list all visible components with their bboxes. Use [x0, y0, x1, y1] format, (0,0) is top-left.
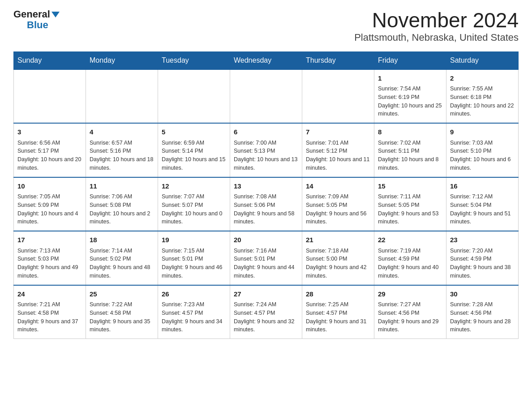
day-number: 4: [90, 127, 154, 137]
calendar-cell: 15Sunrise: 7:11 AMSunset: 5:05 PMDayligh…: [374, 177, 446, 231]
day-info: Sunrise: 7:12 AMSunset: 5:04 PMDaylight:…: [450, 193, 515, 226]
calendar-cell: 10Sunrise: 7:05 AMSunset: 5:09 PMDayligh…: [14, 177, 86, 231]
day-info: Sunrise: 7:06 AMSunset: 5:08 PMDaylight:…: [90, 193, 154, 226]
day-info: Sunrise: 7:02 AMSunset: 5:11 PMDaylight:…: [378, 139, 442, 172]
day-number: 7: [306, 127, 370, 137]
day-number: 18: [90, 235, 154, 245]
day-info: Sunrise: 7:16 AMSunset: 5:01 PMDaylight:…: [234, 247, 298, 280]
day-number: 26: [162, 289, 226, 300]
day-info: Sunrise: 7:21 AMSunset: 4:58 PMDaylight:…: [17, 300, 82, 334]
day-number: 30: [450, 289, 515, 300]
day-info: Sunrise: 7:09 AMSunset: 5:05 PMDaylight:…: [306, 193, 370, 226]
day-info: Sunrise: 6:59 AMSunset: 5:14 PMDaylight:…: [162, 139, 226, 172]
logo-triangle-icon: [51, 12, 60, 17]
calendar-cell: 8Sunrise: 7:02 AMSunset: 5:11 PMDaylight…: [374, 123, 446, 177]
day-number: 5: [162, 127, 226, 137]
calendar-cell: 3Sunrise: 6:56 AMSunset: 5:17 PMDaylight…: [14, 123, 86, 177]
calendar-cell: 5Sunrise: 6:59 AMSunset: 5:14 PMDaylight…: [158, 123, 230, 177]
day-number: 13: [234, 181, 298, 192]
day-info: Sunrise: 7:23 AMSunset: 4:57 PMDaylight:…: [162, 300, 226, 334]
day-number: 14: [306, 181, 370, 192]
day-number: 2: [450, 73, 515, 84]
calendar-cell: [302, 69, 374, 124]
calendar-week-row: 3Sunrise: 6:56 AMSunset: 5:17 PMDaylight…: [14, 123, 519, 177]
day-number: 8: [378, 127, 442, 137]
calendar-cell: 25Sunrise: 7:22 AMSunset: 4:58 PMDayligh…: [86, 285, 158, 339]
logo-general-text: General: [13, 9, 60, 20]
logo: General Blue: [13, 9, 60, 30]
day-number: 16: [450, 181, 515, 192]
day-number: 11: [90, 181, 154, 192]
day-number: 10: [17, 181, 82, 192]
calendar-cell: 6Sunrise: 7:00 AMSunset: 5:13 PMDaylight…: [230, 123, 302, 177]
weekday-header-friday: Friday: [374, 51, 446, 69]
calendar-cell: 17Sunrise: 7:13 AMSunset: 5:03 PMDayligh…: [14, 231, 86, 285]
day-number: 12: [162, 181, 226, 192]
day-info: Sunrise: 7:54 AMSunset: 6:19 PMDaylight:…: [378, 85, 442, 118]
logo-blue-text: Blue: [27, 20, 48, 30]
page-header: General Blue November 2024 Plattsmouth, …: [13, 9, 519, 43]
day-info: Sunrise: 7:24 AMSunset: 4:57 PMDaylight:…: [234, 300, 298, 334]
calendar-cell: [230, 69, 302, 124]
weekday-header-thursday: Thursday: [302, 51, 374, 69]
calendar-header: SundayMondayTuesdayWednesdayThursdayFrid…: [14, 51, 519, 69]
calendar-week-row: 17Sunrise: 7:13 AMSunset: 5:03 PMDayligh…: [14, 231, 519, 285]
calendar-cell: 14Sunrise: 7:09 AMSunset: 5:05 PMDayligh…: [302, 177, 374, 231]
day-info: Sunrise: 6:56 AMSunset: 5:17 PMDaylight:…: [17, 139, 82, 172]
day-number: 29: [378, 289, 442, 300]
day-info: Sunrise: 7:15 AMSunset: 5:01 PMDaylight:…: [162, 247, 226, 280]
weekday-header-sunday: Sunday: [14, 51, 86, 69]
calendar-cell: 4Sunrise: 6:57 AMSunset: 5:16 PMDaylight…: [86, 123, 158, 177]
day-number: 19: [162, 235, 226, 245]
day-info: Sunrise: 7:25 AMSunset: 4:57 PMDaylight:…: [306, 300, 370, 334]
calendar-week-row: 10Sunrise: 7:05 AMSunset: 5:09 PMDayligh…: [14, 177, 519, 231]
day-info: Sunrise: 7:07 AMSunset: 5:07 PMDaylight:…: [162, 193, 226, 226]
title-block: November 2024 Plattsmouth, Nebraska, Uni…: [354, 9, 519, 43]
calendar-cell: 18Sunrise: 7:14 AMSunset: 5:02 PMDayligh…: [86, 231, 158, 285]
calendar-week-row: 1Sunrise: 7:54 AMSunset: 6:19 PMDaylight…: [14, 69, 519, 124]
calendar-cell: 22Sunrise: 7:19 AMSunset: 4:59 PMDayligh…: [374, 231, 446, 285]
calendar-cell: 24Sunrise: 7:21 AMSunset: 4:58 PMDayligh…: [14, 285, 86, 339]
day-number: 1: [378, 73, 442, 84]
day-number: 25: [90, 289, 154, 300]
calendar-cell: 23Sunrise: 7:20 AMSunset: 4:59 PMDayligh…: [446, 231, 519, 285]
calendar-cell: [86, 69, 158, 124]
calendar-cell: 21Sunrise: 7:18 AMSunset: 5:00 PMDayligh…: [302, 231, 374, 285]
calendar-cell: 20Sunrise: 7:16 AMSunset: 5:01 PMDayligh…: [230, 231, 302, 285]
calendar-table: SundayMondayTuesdayWednesdayThursdayFrid…: [13, 51, 519, 339]
day-info: Sunrise: 7:55 AMSunset: 6:18 PMDaylight:…: [450, 85, 515, 118]
calendar-cell: 1Sunrise: 7:54 AMSunset: 6:19 PMDaylight…: [374, 69, 446, 124]
calendar-body: 1Sunrise: 7:54 AMSunset: 6:19 PMDaylight…: [14, 69, 519, 339]
calendar-subtitle: Plattsmouth, Nebraska, United States: [354, 32, 519, 43]
day-info: Sunrise: 7:11 AMSunset: 5:05 PMDaylight:…: [378, 193, 442, 226]
calendar-title: November 2024: [354, 9, 519, 32]
day-info: Sunrise: 7:03 AMSunset: 5:10 PMDaylight:…: [450, 139, 515, 172]
day-info: Sunrise: 7:28 AMSunset: 4:56 PMDaylight:…: [450, 300, 515, 334]
day-number: 28: [306, 289, 370, 300]
calendar-cell: 7Sunrise: 7:01 AMSunset: 5:12 PMDaylight…: [302, 123, 374, 177]
day-number: 15: [378, 181, 442, 192]
day-number: 27: [234, 289, 298, 300]
day-info: Sunrise: 7:08 AMSunset: 5:06 PMDaylight:…: [234, 193, 298, 226]
calendar-cell: 27Sunrise: 7:24 AMSunset: 4:57 PMDayligh…: [230, 285, 302, 339]
calendar-cell: [14, 69, 86, 124]
calendar-cell: 30Sunrise: 7:28 AMSunset: 4:56 PMDayligh…: [446, 285, 519, 339]
day-number: 22: [378, 235, 442, 245]
calendar-cell: 2Sunrise: 7:55 AMSunset: 6:18 PMDaylight…: [446, 69, 519, 124]
day-info: Sunrise: 7:01 AMSunset: 5:12 PMDaylight:…: [306, 139, 370, 172]
day-number: 20: [234, 235, 298, 245]
weekday-header-saturday: Saturday: [446, 51, 519, 69]
day-info: Sunrise: 7:14 AMSunset: 5:02 PMDaylight:…: [90, 247, 154, 280]
day-number: 24: [17, 289, 82, 300]
calendar-cell: 11Sunrise: 7:06 AMSunset: 5:08 PMDayligh…: [86, 177, 158, 231]
calendar-cell: 12Sunrise: 7:07 AMSunset: 5:07 PMDayligh…: [158, 177, 230, 231]
day-number: 3: [17, 127, 82, 137]
calendar-cell: 19Sunrise: 7:15 AMSunset: 5:01 PMDayligh…: [158, 231, 230, 285]
weekday-header-tuesday: Tuesday: [158, 51, 230, 69]
calendar-cell: 28Sunrise: 7:25 AMSunset: 4:57 PMDayligh…: [302, 285, 374, 339]
calendar-cell: [158, 69, 230, 124]
day-number: 23: [450, 235, 515, 245]
calendar-cell: 9Sunrise: 7:03 AMSunset: 5:10 PMDaylight…: [446, 123, 519, 177]
calendar-cell: 29Sunrise: 7:27 AMSunset: 4:56 PMDayligh…: [374, 285, 446, 339]
weekday-header-wednesday: Wednesday: [230, 51, 302, 69]
